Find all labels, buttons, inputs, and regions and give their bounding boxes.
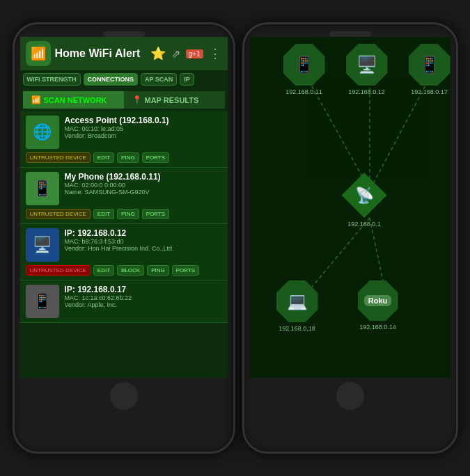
tab-ip[interactable]: IP — [180, 73, 194, 86]
device-card-access-point: 🌐 Access Point (192.168.0.1) MAC: 00:10:… — [20, 111, 228, 168]
node-label-router: 192.168.0.1 — [347, 221, 381, 228]
untrusted-tag-ap[interactable]: UNTRUSTED DEVICE — [26, 152, 91, 163]
node-017[interactable]: 📱 192.168.0.17 — [409, 44, 451, 95]
tab-wifi-strength[interactable]: WIFI STRENGTH — [23, 73, 81, 86]
gplus-button[interactable]: g+1 — [186, 49, 203, 58]
scan-network-button[interactable]: 📶 SCAN NETWORK — [23, 91, 124, 109]
device-header: 🌐 Access Point (192.168.0.1) MAC: 00:10:… — [26, 116, 222, 149]
edit-btn-ap[interactable]: EDIT — [93, 152, 114, 163]
node-icon-017: 📱 — [409, 44, 451, 86]
device-info-ap: Access Point (192.168.0.1) MAC: 00:10: l… — [65, 116, 222, 139]
device-header-012: 🖥️ IP: 192.168.0.12 MAC: b8:76:3 f:53:d0… — [26, 228, 222, 262]
edit-btn-012[interactable]: EDIT — [93, 265, 114, 276]
node-018[interactable]: 💻 192.168.0.18 — [276, 280, 318, 332]
node-label-012: 192.168.0.12 — [348, 88, 385, 95]
device-name-012: IP: 192.168.0.12 — [65, 228, 222, 238]
device-actions-ap: UNTRUSTED DEVICE EDIT PING PORTS — [26, 152, 222, 163]
device-vendor-ap: Vendor: Broadcom — [65, 132, 222, 139]
node-011[interactable]: 📱 192.168.0.11 — [283, 44, 325, 95]
device-card-017: 📱 IP: 192.168.0.17 MAC: 1c:1a:c0:62:6b:2… — [20, 280, 228, 323]
node-icon-012: 🖥️ — [346, 44, 388, 86]
node-label-018: 192.168.0.18 — [279, 325, 315, 332]
device-header-myphone: 📱 My Phone (192.168.0.11) MAC: 02:00:0 0… — [26, 172, 222, 205]
tab-bar: WIFI STRENGTH CONNECTIONS AP SCAN IP — [20, 70, 228, 88]
device-vendor-myphone: Name: SAMSUNG-SM-G920V — [65, 189, 222, 196]
device-name-ap: Access Point (192.168.0.1) — [65, 116, 222, 125]
device-mac-ap: MAC: 00:10: le:ad:05 — [65, 125, 222, 132]
left-screen: 📶 Home WiFi Alert ⭐ ⇗ g+1 ⋮ WIFI STRENGT… — [20, 37, 228, 378]
left-phone: 📶 Home WiFi Alert ⭐ ⇗ g+1 ⋮ WIFI STRENGT… — [13, 22, 235, 454]
device-header-017: 📱 IP: 192.168.0.17 MAC: 1c:1a:c0:62:6b:2… — [26, 285, 222, 318]
wifi-icon: 📶 — [31, 95, 41, 104]
device-vendor-012: Vendor: Hon Hai Precision Ind. Co.,Ltd. — [65, 245, 222, 252]
device-thumb-017: 📱 — [26, 285, 59, 318]
device-actions-012: UNTRUSTED DEVICE EDIT BLOCK PING PORTS — [26, 265, 222, 276]
ping-btn-ap[interactable]: PING — [117, 152, 139, 163]
app-title: Home WiFi Alert — [55, 47, 146, 60]
device-card-012: 🖥️ IP: 192.168.0.12 MAC: b8:76:3 f:53:d0… — [20, 224, 228, 280]
device-mac-017: MAC: 1c:1a:c0:62:6b:22 — [65, 294, 222, 301]
node-label-014: 192.168.0.14 — [359, 324, 396, 331]
node-router[interactable]: 📡 192.168.0.1 — [342, 173, 387, 228]
action-bar: 📶 SCAN NETWORK 📍 MAP RESULTS — [23, 91, 225, 109]
ports-btn-012[interactable]: PORTS — [172, 265, 199, 276]
ports-btn-myphone[interactable]: PORTS — [142, 209, 169, 219]
device-card-myphone: 📱 My Phone (192.168.0.11) MAC: 02:00:0 0… — [20, 168, 228, 224]
device-info-017: IP: 192.168.0.17 MAC: 1c:1a:c0:62:6b:22 … — [65, 285, 222, 308]
device-mac-myphone: MAC: 02:00:0 0:00:00 — [65, 182, 222, 189]
node-label-017: 192.168.0.17 — [411, 88, 448, 95]
untrusted-tag-012[interactable]: UNTRUSTED DEVICE — [26, 265, 91, 276]
right-phone: 📱 192.168.0.11 🖥️ 192.168.0.12 📱 192.168… — [242, 22, 458, 454]
right-screen: 📱 192.168.0.11 🖥️ 192.168.0.12 📱 192.168… — [250, 37, 451, 378]
device-name-myphone: My Phone (192.168.0.11) — [65, 172, 222, 182]
device-actions-myphone: UNTRUSTED DEVICE EDIT PING PORTS — [26, 209, 222, 219]
pin-icon: 📍 — [132, 95, 142, 104]
edit-btn-myphone[interactable]: EDIT — [93, 209, 114, 219]
device-info-012: IP: 192.168.0.12 MAC: b8:76:3 f:53:d0 Ve… — [65, 228, 222, 252]
map-results-button[interactable]: 📍 MAP RESULTS — [124, 91, 225, 109]
ports-btn-ap[interactable]: PORTS — [142, 152, 169, 163]
tab-connections[interactable]: CONNECTIONS — [84, 73, 139, 86]
star-icon[interactable]: ⭐ — [150, 46, 166, 61]
node-icon-011: 📱 — [283, 44, 325, 86]
device-mac-012: MAC: b8:76:3 f:53:d0 — [65, 238, 222, 245]
node-icon-018: 💻 — [276, 280, 318, 322]
ping-btn-myphone[interactable]: PING — [117, 209, 139, 219]
device-name-017: IP: 192.168.0.17 — [65, 285, 222, 294]
roku-icon: Roku — [358, 280, 398, 321]
device-vendor-017: Vendor: Apple, Inc. — [65, 301, 222, 308]
ping-btn-012[interactable]: PING — [147, 265, 169, 276]
device-thumb-012: 🖥️ — [26, 228, 59, 262]
node-label-011: 192.168.0.11 — [285, 88, 322, 95]
share-icon[interactable]: ⇗ — [171, 47, 180, 61]
header-icons: ⭐ ⇗ g+1 ⋮ — [150, 46, 222, 61]
tab-ap-scan[interactable]: AP SCAN — [141, 73, 177, 86]
device-list: 🌐 Access Point (192.168.0.1) MAC: 00:10:… — [20, 111, 228, 376]
network-map: 📱 192.168.0.11 🖥️ 192.168.0.12 📱 192.168… — [250, 37, 451, 378]
untrusted-tag-myphone[interactable]: UNTRUSTED DEVICE — [26, 209, 91, 219]
block-btn-012[interactable]: BLOCK — [117, 265, 144, 276]
device-thumb-ap: 🌐 — [26, 116, 59, 149]
device-thumb-myphone: 📱 — [26, 172, 59, 205]
menu-button[interactable]: ⋮ — [209, 46, 222, 61]
node-014[interactable]: Roku 192.168.0.14 — [358, 280, 398, 331]
router-icon: 📡 — [342, 173, 387, 218]
app-header: 📶 Home WiFi Alert ⭐ ⇗ g+1 ⋮ — [20, 37, 228, 70]
node-012[interactable]: 🖥️ 192.168.0.12 — [346, 44, 388, 95]
device-info-myphone: My Phone (192.168.0.11) MAC: 02:00:0 0:0… — [65, 172, 222, 196]
app-icon: 📶 — [26, 41, 51, 66]
